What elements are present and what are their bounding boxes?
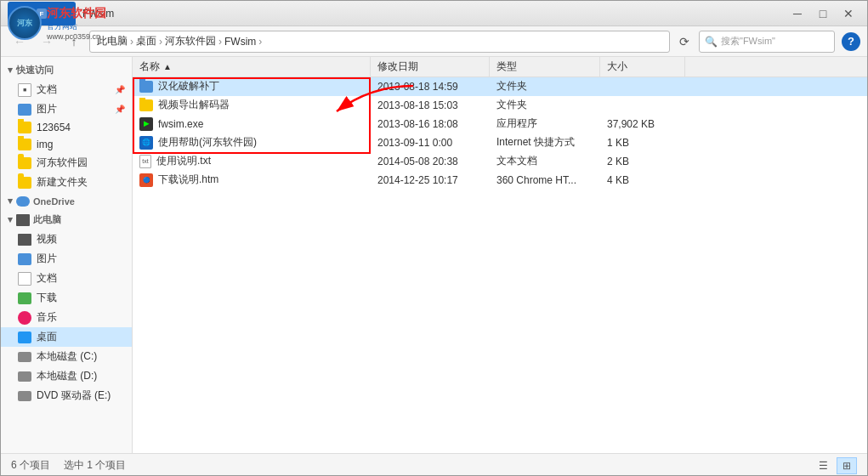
view-controls: ☰ ⊞	[813, 457, 857, 474]
folder-icon	[139, 99, 153, 111]
folder-blue-icon	[139, 81, 153, 93]
back-button[interactable]: ←	[8, 30, 31, 54]
down-icon	[18, 292, 31, 304]
desktop-icon	[18, 332, 31, 343]
breadcrumb-desktop: 桌面	[136, 34, 156, 48]
sidebar-item-label: 河东软件园	[37, 156, 88, 170]
sidebar-item-drive-d[interactable]: 本地磁盘 (D:)	[1, 366, 132, 386]
table-row[interactable]: 视频导出解码器 2013-08-18 15:03 文件夹	[133, 96, 867, 115]
file-date-cell: 2013-08-16 18:08	[371, 118, 490, 130]
table-row[interactable]: 汉化破解补丁 2013-08-18 14:59 文件夹	[133, 77, 867, 96]
sidebar-item-documents2[interactable]: 文档	[1, 269, 132, 288]
sidebar-item-newfolder[interactable]: 新建文件夹	[1, 173, 132, 192]
drive-icon	[18, 352, 31, 362]
file-size-cell: 1 KB	[600, 137, 685, 149]
breadcrumb-hedong: 河东软件园	[165, 34, 216, 48]
file-type-cell: 文本文档	[490, 154, 600, 168]
doc-icon	[18, 272, 31, 286]
folder-icon	[18, 177, 31, 189]
dvd-icon	[18, 391, 31, 401]
col-header-name[interactable]: 名称 ▲	[133, 57, 371, 76]
sidebar-item-pictures2[interactable]: 图片	[1, 249, 132, 269]
file-type-cell: Internet 快捷方式	[490, 135, 600, 150]
col-header-type[interactable]: 类型	[490, 57, 600, 76]
details-view-button[interactable]: ☰	[813, 457, 833, 474]
file-date-cell: 2013-08-18 14:59	[371, 81, 490, 93]
refresh-button[interactable]: ⟳	[673, 31, 695, 53]
file-size-cell: 37,902 KB	[600, 118, 685, 130]
folder-icon	[18, 139, 31, 150]
table-row[interactable]: 🔵 下载说明.htm 2014-12-25 10:17 360 Chrome H…	[133, 171, 867, 190]
status-bar: 6 个项目 选中 1 个项目 ☰ ⊞	[1, 453, 867, 476]
file-date-cell: 2014-12-25 10:17	[371, 174, 490, 186]
sidebar-item-hedong[interactable]: 河东软件园	[1, 153, 132, 173]
sort-icon: ▲	[163, 62, 172, 71]
search-bar[interactable]: 🔍 搜索"FWsim"	[699, 31, 835, 53]
video-icon	[18, 234, 31, 246]
sidebar-item-documents[interactable]: ■ 文档 📌	[1, 80, 132, 99]
sidebar-item-img[interactable]: img	[1, 136, 132, 153]
breadcrumb-fwsim: FWsim	[224, 36, 256, 48]
sidebar-item-label: 下载	[37, 291, 57, 305]
quick-access-header[interactable]: ▾ 快速访问	[1, 60, 132, 80]
window-controls: ─ □ ✕	[786, 5, 860, 22]
sidebar: ▾ 快速访问 ■ 文档 📌 图片 📌 123654 img	[1, 57, 133, 453]
file-size-cell: 4 KB	[600, 174, 685, 186]
file-name-cell: 视频导出解码器	[133, 98, 371, 112]
file-date-cell: 2013-08-18 15:03	[371, 99, 490, 111]
breadcrumb-thispc: 此电脑	[97, 34, 128, 48]
list-view-button[interactable]: ⊞	[837, 457, 857, 474]
up-button[interactable]: ↑	[62, 30, 86, 54]
txt-icon: txt	[139, 155, 151, 168]
doc-icon: ■	[18, 83, 31, 97]
title-bar: F FWsim ─ □ ✕	[1, 1, 867, 26]
drive-icon	[18, 371, 31, 382]
pin-icon: 📌	[115, 85, 125, 94]
sidebar-item-video[interactable]: 视频	[1, 230, 132, 249]
thispc-header[interactable]: ▾ 此电脑	[1, 210, 132, 230]
sidebar-item-downloads[interactable]: 下载	[1, 288, 132, 308]
table-row[interactable]: txt 使用说明.txt 2014-05-08 20:38 文本文档 2 KB	[133, 152, 867, 171]
file-list-header: 名称 ▲ 修改日期 类型 大小	[133, 57, 867, 77]
file-type-cell: 360 Chrome HT...	[490, 174, 600, 186]
col-header-size[interactable]: 大小	[600, 57, 685, 76]
maximize-button[interactable]: □	[811, 5, 835, 22]
quick-access-label: 快速访问	[16, 64, 54, 76]
selected-count: 选中 1 个项目	[64, 458, 126, 473]
search-placeholder: 搜索"FWsim"	[721, 35, 775, 48]
onedrive-label: OneDrive	[33, 196, 75, 207]
forward-button[interactable]: →	[35, 30, 59, 54]
chevron-icon: ▾	[8, 65, 13, 76]
sidebar-item-label: 视频	[37, 232, 57, 246]
sidebar-item-music[interactable]: 音乐	[1, 308, 132, 327]
sidebar-item-desktop[interactable]: 桌面	[1, 327, 132, 347]
pic-icon	[18, 253, 31, 265]
sidebar-item-drive-c[interactable]: 本地磁盘 (C:)	[1, 347, 132, 366]
sidebar-item-drive-e[interactable]: DVD 驱动器 (E:)	[1, 386, 132, 405]
file-name-cell: 汉化破解补丁	[133, 79, 371, 94]
file-date-cell: 2013-09-11 0:00	[371, 137, 490, 149]
file-list-area: 名称 ▲ 修改日期 类型 大小 汉化破解	[133, 57, 867, 453]
help-button[interactable]: ?	[842, 32, 860, 51]
chevron-icon: ▾	[8, 196, 13, 207]
minimize-button[interactable]: ─	[786, 5, 809, 22]
chevron-icon: ▾	[8, 214, 13, 225]
file-date-cell: 2014-05-08 20:38	[371, 156, 490, 167]
window: F FWsim ─ □ ✕ ← → ↑ 此电脑 › 桌面 › 河东软件园 › F…	[0, 0, 868, 476]
sidebar-item-label: 音乐	[37, 310, 57, 325]
exe-icon: ▶	[139, 117, 153, 131]
sidebar-item-pictures[interactable]: 图片 📌	[1, 99, 132, 119]
file-type-cell: 应用程序	[490, 116, 600, 131]
close-button[interactable]: ✕	[837, 5, 860, 22]
sidebar-item-label: img	[37, 139, 53, 150]
address-bar[interactable]: 此电脑 › 桌面 › 河东软件园 › FWsim ›	[89, 31, 670, 53]
onedrive-header[interactable]: ▾ OneDrive	[1, 192, 132, 210]
pin-icon2: 📌	[115, 105, 125, 114]
window-title: FWsim	[82, 8, 786, 20]
table-row[interactable]: 🌐 使用帮助(河东软件园) 2013-09-11 0:00 Internet 快…	[133, 133, 867, 152]
col-header-date[interactable]: 修改日期	[371, 57, 490, 76]
table-row[interactable]: ▶ fwsim.exe 2013-08-16 18:08 应用程序 37,902…	[133, 115, 867, 133]
file-name-cell: txt 使用说明.txt	[133, 154, 371, 168]
sidebar-item-label: 文档	[37, 82, 57, 97]
sidebar-item-123654[interactable]: 123654	[1, 119, 132, 136]
